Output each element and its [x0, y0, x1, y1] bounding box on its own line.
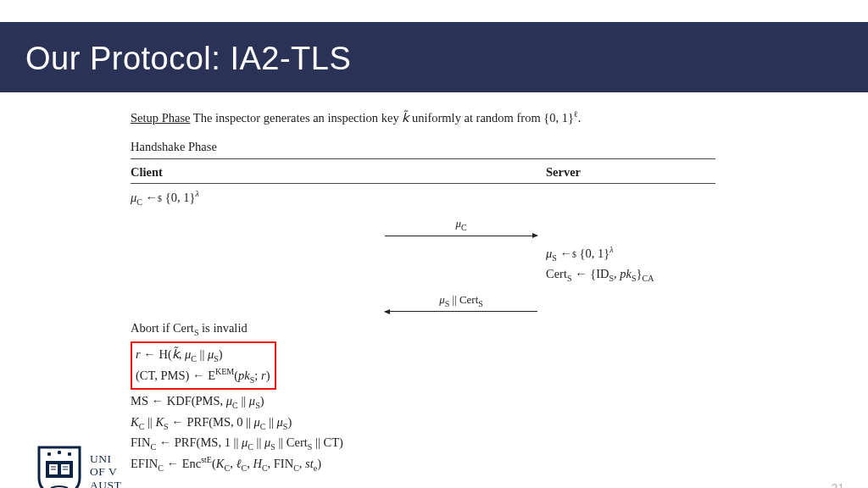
university-logo: UNI OF V AUST [37, 446, 121, 488]
setup-phase-line: Setup Phase The inspector generates an i… [131, 108, 695, 127]
svg-point-9 [68, 452, 71, 456]
server-nonce: μS ←$ {0, 1}λ [546, 243, 715, 264]
handshake-phase-label: Handshake Phase [131, 137, 695, 156]
svg-point-8 [58, 451, 61, 454]
msg2-label: μS || CertS [376, 291, 546, 310]
svg-point-7 [47, 452, 51, 456]
slide-title: Our Protocol: IA2-TLS [25, 41, 843, 77]
row-server-cert: CertS ← {IDS, pkS}CA [131, 264, 715, 285]
arrow-left-icon [385, 311, 537, 312]
abort-line: Abort if CertS is invalid [131, 319, 376, 339]
row-finc: FINC ← PRF(MS, 1 || μC || μS || CertS ||… [131, 433, 715, 453]
logo-line1: UNI [90, 452, 121, 466]
box-line-r: r ← H(k̃, μC || μS) [136, 345, 270, 365]
slide: Our Protocol: IA2-TLS Setup Phase The in… [0, 22, 868, 488]
client-nonce: μC ←$ {0, 1}λ [131, 187, 376, 208]
divider-top [131, 158, 715, 159]
row-abort: Abort if CertS is invalid [131, 319, 715, 339]
efinc-line: EFINC ← EncstE(KC, ℓC, HC, FINC, ste) [131, 453, 321, 474]
server-cert: CertS ← {IDS, pkS}CA [546, 264, 715, 285]
page-number: 21 [831, 481, 844, 488]
setup-text-a: The inspector generates an inspection ke… [190, 111, 402, 125]
row-msg1: μC [131, 215, 715, 236]
row-server-nonce: μS ←$ {0, 1}λ [131, 243, 715, 264]
content-area: Setup Phase The inspector generates an i… [0, 92, 695, 475]
setup-text-b: uniformly at random from {0, 1} [409, 111, 574, 125]
arrow-right-icon [385, 236, 537, 236]
row-msg2: μS || CertS [131, 291, 715, 312]
row-ms: MS ← KDF(PMS, μC || μS) [131, 391, 715, 412]
logo-text: UNI OF V AUST [90, 452, 121, 488]
protocol-diagram: μC ←$ {0, 1}λ μC μS ←$ {0, 1}λ CertS ← { [131, 187, 715, 474]
box-line-kem: (CT, PMS) ← EKEM(pkS; r) [136, 365, 270, 386]
kc-line: KC || KS ← PRF(MS, 0 || μC || μS) [131, 413, 292, 433]
setup-phase-label: Setup Phase [131, 111, 190, 125]
row-client-nonce: μC ←$ {0, 1}λ [131, 187, 715, 208]
header-client: Client [131, 163, 546, 181]
title-bar: Our Protocol: IA2-TLS [0, 22, 868, 92]
logo-line3: AUST [90, 479, 121, 488]
msg1-label: μC [376, 215, 546, 234]
highlight-box: r ← H(k̃, μC || μS) (CT, PMS) ← EKEM(pkS… [131, 341, 276, 391]
setup-period: . [578, 111, 581, 125]
header-server: Server [546, 163, 715, 181]
finc-line: FINC ← PRF(MS, 1 || μC || μS || CertS ||… [131, 433, 343, 453]
ms-line: MS ← KDF(PMS, μC || μS) [131, 391, 264, 412]
divider-under-header [131, 183, 715, 184]
row-redbox: r ← H(k̃, μC || μS) (CT, PMS) ← EKEM(pkS… [131, 340, 715, 392]
row-kc: KC || KS ← PRF(MS, 0 || μC || μS) [131, 413, 715, 433]
logo-line2: OF V [90, 465, 121, 479]
row-efinc: EFINC ← EncstE(KC, ℓC, HC, FINC, ste) [131, 453, 715, 474]
shield-icon [37, 446, 81, 488]
column-headers: Client Server [131, 163, 715, 181]
